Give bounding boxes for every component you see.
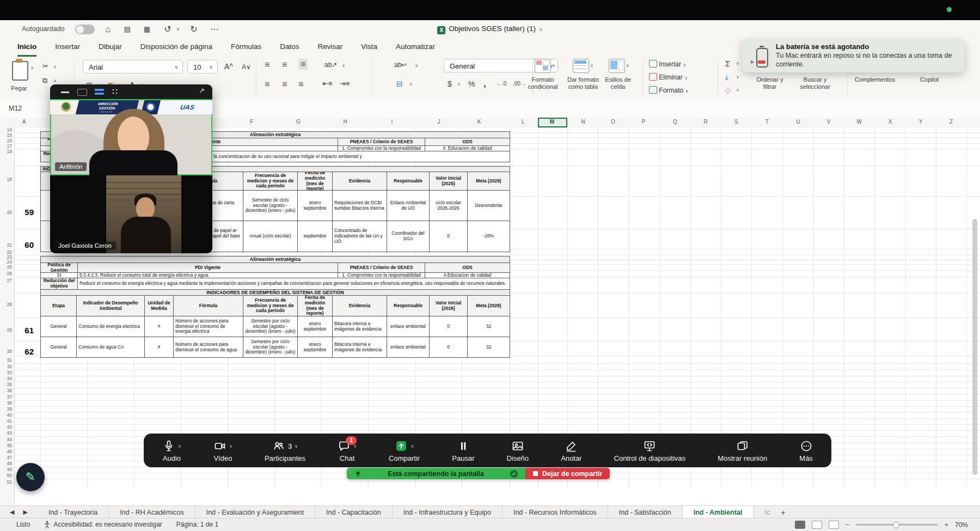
column-header-F[interactable]: F (250, 119, 253, 125)
row-header-30[interactable]: 30 (7, 349, 12, 354)
ribbon-tab-revisar[interactable]: Revisar (317, 39, 342, 57)
indicator-number-59[interactable]: 59 (15, 207, 34, 217)
shrink-font-icon[interactable]: A∨ (242, 63, 251, 71)
column-header-P[interactable]: P (642, 119, 646, 125)
column-header-J[interactable]: J (438, 119, 440, 125)
row-header-32[interactable]: 32 (7, 364, 12, 369)
minimize-icon[interactable] (61, 91, 69, 93)
indicator-number-62[interactable]: 62 (15, 347, 34, 356)
cell[interactable]: enlace ambiental (387, 316, 430, 337)
column-header-T[interactable]: T (765, 119, 769, 125)
cell[interactable]: Consumo de agua CA (77, 337, 145, 358)
cell[interactable]: Responsable (387, 296, 430, 316)
increase-indent-icon[interactable]: ⇥≡ (340, 80, 350, 88)
column-header-X[interactable]: X (889, 119, 892, 125)
cell[interactable]: 1. Compromiso con la responsabilidad (338, 146, 425, 151)
chevron-down-icon[interactable]: ∨ (411, 444, 414, 449)
vertical-scrollbar[interactable] (972, 219, 977, 475)
cell[interactable]: Fecha de medición (mes de reporte) (298, 172, 333, 191)
zoom-level[interactable]: 70% (955, 521, 968, 529)
column-header-G[interactable]: G (296, 119, 301, 125)
sheet-tab-ind---ambiental[interactable]: Ind - Ambiental (683, 506, 754, 518)
cell[interactable]: PNEAES / Criterio de SEAES (338, 138, 425, 146)
cell[interactable]: 5.3.4.2.3. Reducir el consumo total de e… (78, 273, 338, 278)
column-header-A[interactable]: A (22, 119, 26, 125)
sheet-tab-ind---satisfacción[interactable]: Ind - Satisfacción (608, 506, 683, 518)
column-header-Y[interactable]: Y (919, 119, 923, 125)
clear-icon[interactable]: ◇ (725, 86, 731, 94)
cell[interactable]: Semestre por ciclo escolar (agosto - dic… (243, 316, 298, 337)
sheet-tab-ind---trayectoria[interactable]: Ind - Trayectoria (38, 506, 109, 518)
cell[interactable]: Número de acciones para disminuir el con… (174, 316, 243, 337)
page-layout-view-icon[interactable] (812, 521, 822, 529)
fill-down-icon[interactable]: ⤓ (725, 73, 728, 82)
cell[interactable]: Política de Gestión (41, 263, 78, 273)
column-header-Q[interactable]: Q (673, 119, 677, 125)
cell[interactable]: Consumo de energia electrica (77, 316, 145, 337)
row-header-20[interactable]: 20 (7, 210, 12, 215)
chevron-down-icon[interactable]: ∨ (229, 444, 232, 449)
column-header-M[interactable]: M (550, 119, 554, 125)
cell[interactable]: 1. Compromiso con la responsabilidad (338, 273, 425, 278)
indicator-number-60[interactable]: 60 (15, 240, 34, 249)
row-header-34[interactable]: 34 (7, 376, 12, 381)
cell[interactable]: Semestre de ciclo escolar (agosto - dici… (243, 191, 298, 221)
format-cells-button[interactable]: Formato ∨ (649, 86, 688, 94)
zoom-mostrar-reunión-button[interactable]: Mostrar reunión (718, 438, 767, 462)
column-header-W[interactable]: W (856, 119, 861, 125)
ribbon-tab-disposición-de-página[interactable]: Disposición de página (140, 39, 212, 57)
decrease-decimal-icon[interactable]: ←.0 (497, 81, 506, 87)
percent-format-icon[interactable]: % (468, 80, 475, 88)
cell[interactable]: Requisiciones de DCBI surtidas Bitacora … (333, 191, 387, 221)
section-title[interactable]: Alineación estratégica (41, 257, 510, 263)
row-header-46[interactable]: 46 (7, 449, 12, 454)
decrease-indent-icon[interactable]: ⇤≡ (322, 80, 332, 88)
ribbon-tab-automatizar[interactable]: Automatizar (396, 39, 435, 57)
row-header-29[interactable]: 29 (7, 327, 12, 333)
cell[interactable]: Evidencia (333, 296, 387, 316)
ribbon-tab-inicio[interactable]: Inicio (17, 39, 36, 57)
zoom-slider-knob[interactable] (893, 522, 899, 528)
add-sheet-button[interactable]: + (773, 506, 793, 518)
row-header-37[interactable]: 37 (7, 394, 12, 400)
meeting-video-panel[interactable]: ↗ DIRECCIÓN GESTIÓN UNIVERS UAS Anfitrió… (50, 84, 212, 253)
cell[interactable]: SI (41, 273, 78, 278)
cell[interactable]: 32 (468, 316, 510, 337)
grow-font-icon[interactable]: A^ (224, 62, 233, 71)
cell[interactable]: Coordinador del SGA (387, 221, 430, 252)
zoom-vídeo-button[interactable]: ∨Vídeo (213, 438, 232, 462)
zoom-out-icon[interactable]: − (846, 521, 850, 529)
row-header-50[interactable]: 50 (7, 473, 12, 478)
zoom-in-icon[interactable]: + (944, 521, 948, 529)
expand-icon[interactable]: ↗ (199, 87, 205, 95)
row-header-42[interactable]: 42 (7, 424, 12, 430)
zoom-slider[interactable] (856, 524, 938, 526)
ribbon-tab-vista[interactable]: Vista (361, 39, 377, 57)
font-size-select[interactable]: 10∨ (187, 60, 218, 74)
zoom-anotar-button[interactable]: Anotar (561, 438, 581, 462)
ribbon-tab-dibujar[interactable]: Dibujar (99, 39, 122, 57)
indicator-number-61[interactable]: 61 (15, 326, 34, 335)
cell[interactable]: # (145, 316, 174, 337)
currency-format-icon[interactable]: $ (448, 80, 452, 88)
chevron-down-icon[interactable]: ∨ (178, 444, 181, 449)
align-left-icon[interactable]: ≡ (265, 80, 270, 89)
cell[interactable]: 4.Educacion de calidad (425, 273, 510, 278)
zoom-diseño-button[interactable]: Diseño (507, 438, 529, 462)
cell[interactable]: Frecuencia de medicion y meses de cada p… (243, 296, 298, 316)
grid-view-icon[interactable] (112, 88, 119, 95)
row-header-26[interactable]: 26 (7, 271, 12, 276)
row-header-21[interactable]: 21 (7, 242, 12, 248)
cell[interactable]: Bitacora interna e imágenes de evidencia (333, 337, 387, 358)
cell[interactable]: Unidad de Medida (145, 296, 174, 316)
row-header-41[interactable]: 41 (7, 418, 12, 424)
next-sheet-icon[interactable]: ▶ (23, 509, 27, 516)
column-header-I[interactable]: I (391, 119, 393, 125)
stop-share-button[interactable]: Dejar de compartir (525, 468, 610, 479)
cell[interactable]: ODS (425, 138, 510, 146)
autosum-icon[interactable]: Σ (725, 59, 730, 68)
merge-center-icon[interactable]: ⊟ (396, 80, 403, 88)
cell[interactable]: 0 (430, 316, 468, 337)
zoom-chat-button[interactable]: 1∨Chat (338, 438, 357, 462)
zoom-pausar-button[interactable]: Pausar (452, 438, 474, 462)
